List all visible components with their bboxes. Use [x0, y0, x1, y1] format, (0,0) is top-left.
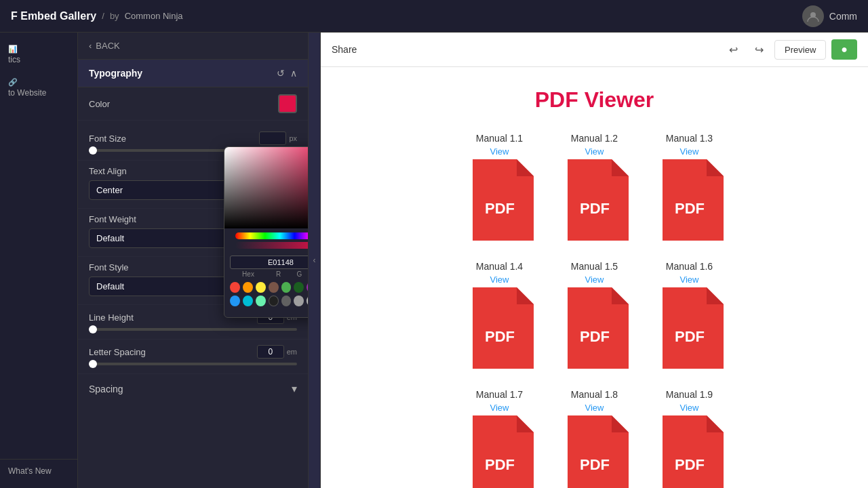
color-gradient[interactable]	[224, 147, 309, 228]
hex-label: Hex	[230, 270, 267, 278]
pdf-label-1: Manual 1.1	[476, 133, 523, 144]
back-button[interactable]: ‹ BACK	[78, 33, 308, 60]
hue-bar[interactable]	[235, 232, 309, 239]
preset-colors	[224, 278, 309, 312]
preset-purple[interactable]	[307, 282, 309, 293]
svg-text:PDF: PDF	[580, 328, 610, 345]
pdf-link-5[interactable]: View	[585, 274, 604, 285]
user-avatar[interactable]	[802, 5, 824, 27]
line-height-thumb[interactable]	[89, 325, 97, 333]
sidebar: 📊 tics 🔗 to Website What's New	[0, 33, 78, 488]
preset-brown[interactable]	[269, 282, 279, 293]
undo-button[interactable]: ↩	[723, 39, 743, 60]
pdf-label-4: Manual 1.4	[476, 261, 523, 272]
pdf-label-3: Manual 1.3	[666, 133, 713, 144]
back-chevron-icon: ‹	[89, 41, 92, 51]
topbar-left: F Embed Gallery / by Common Ninja	[11, 10, 183, 22]
pdf-item-8: Manual 1.8 View PDF	[561, 389, 629, 488]
pdf-icon-6: PDF	[656, 287, 724, 369]
line-height-label: Line Height	[89, 312, 134, 323]
publish-dot-icon: ●	[841, 43, 848, 55]
preset-green-dark[interactable]	[294, 282, 304, 293]
pdf-row-3: Manual 1.7 View PDF Manual 1.8 View	[466, 389, 724, 488]
topbar-right: Comm	[802, 5, 857, 27]
g-label: G	[290, 270, 309, 278]
pdf-link-2[interactable]: View	[585, 146, 604, 157]
spacing-section[interactable]: Spacing ▾	[78, 374, 308, 403]
pdf-icon-5: PDF	[561, 287, 629, 369]
pdf-icon-8: PDF	[561, 415, 629, 488]
pdf-item-5: Manual 1.5 View PDF	[561, 261, 629, 369]
publish-button[interactable]: ●	[831, 39, 857, 60]
preview-button[interactable]: Preview	[774, 40, 826, 60]
redo-button[interactable]: ↪	[749, 39, 769, 60]
sidebar-item-whats-new[interactable]: What's New	[0, 460, 77, 483]
pdf-label-2: Manual 1.2	[571, 133, 618, 144]
svg-text:PDF: PDF	[675, 328, 705, 345]
letter-spacing-input[interactable]	[257, 345, 284, 359]
topbar-separator: /	[102, 11, 104, 21]
font-weight-value: Default	[96, 233, 124, 243]
font-size-unit: px	[289, 134, 297, 142]
font-size-label: Font Size	[89, 134, 126, 144]
opacity-bar[interactable]	[235, 242, 309, 249]
hex-input[interactable]	[230, 256, 309, 269]
panel-collapse-icon: ‹	[313, 256, 316, 265]
left-panel: ‹ BACK Typography ↺ ∧ Color	[78, 33, 309, 488]
sidebar-item-to-website[interactable]: 🔗 to Website	[0, 71, 77, 104]
pdf-label-6: Manual 1.6	[666, 261, 713, 272]
pdf-link-4[interactable]: View	[490, 274, 509, 285]
pdf-link-6[interactable]: View	[680, 274, 699, 285]
hex-labels-row: Hex R G B	[224, 270, 309, 278]
share-button[interactable]: Share	[332, 44, 357, 55]
reset-icon[interactable]: ↺	[277, 68, 285, 79]
font-size-input[interactable]	[259, 131, 286, 145]
pdf-link-3[interactable]: View	[680, 146, 699, 157]
preset-black[interactable]	[269, 296, 279, 306]
share-bar: Share ↩ ↪ Preview ●	[321, 33, 868, 67]
pdf-icon-7: PDF	[466, 415, 534, 488]
preset-cyan[interactable]	[243, 296, 253, 306]
preset-gray-light[interactable]	[307, 296, 309, 306]
preset-orange[interactable]	[243, 282, 253, 293]
pdf-link-7[interactable]: View	[490, 403, 509, 413]
text-align-value: Center	[96, 185, 123, 195]
preset-gray-dark[interactable]	[281, 296, 292, 306]
svg-text:PDF: PDF	[675, 200, 705, 217]
preset-blue[interactable]	[230, 296, 240, 306]
pdf-icon-4: PDF	[466, 287, 534, 369]
pdf-row-1: Manual 1.1 View PDF Manual 1.2 View	[466, 133, 724, 241]
collapse-icon[interactable]: ∧	[290, 68, 297, 79]
preset-mint[interactable]	[256, 296, 266, 306]
letter-spacing-row: Letter Spacing em	[78, 340, 308, 374]
pdf-link-8[interactable]: View	[585, 403, 604, 413]
main-content: Share ↩ ↪ Preview ● PDF Viewer Manual 1.…	[321, 33, 868, 488]
line-height-track[interactable]	[89, 328, 297, 331]
color-row: Color	[78, 87, 308, 121]
pdf-link-9[interactable]: View	[680, 403, 699, 413]
spacing-label: Spacing	[89, 384, 123, 394]
pdf-item-9: Manual 1.9 View PDF	[656, 389, 724, 488]
pdf-icon-9: PDF	[656, 415, 724, 488]
color-swatch[interactable]	[278, 94, 297, 113]
preset-row-2	[230, 296, 309, 306]
pdf-row-2: Manual 1.4 View PDF Manual 1.5 View	[466, 261, 724, 369]
panel-collapse-handle[interactable]: ‹	[309, 33, 321, 488]
font-size-thumb[interactable]	[89, 146, 97, 155]
topbar-plugin: Common Ninja	[125, 11, 183, 21]
topbar-by: by	[110, 11, 119, 21]
main-layout: 📊 tics 🔗 to Website What's New ‹ BACK Ty…	[0, 33, 868, 488]
preset-green-light[interactable]	[281, 282, 292, 293]
letter-spacing-track[interactable]	[89, 363, 297, 365]
pdf-item-1: Manual 1.1 View PDF	[466, 133, 534, 241]
pdf-icon-2: PDF	[561, 159, 629, 241]
letter-spacing-thumb[interactable]	[89, 360, 97, 368]
sidebar-item-analytics[interactable]: 📊 tics	[0, 38, 77, 71]
sidebar-bottom: What's New	[0, 459, 77, 483]
preset-red[interactable]	[230, 282, 240, 293]
preset-gray-mid[interactable]	[294, 296, 304, 306]
pdf-link-1[interactable]: View	[490, 146, 509, 157]
preset-yellow[interactable]	[256, 282, 266, 293]
back-label: BACK	[96, 41, 119, 51]
color-picker-popup: Hex R G B	[224, 146, 309, 318]
